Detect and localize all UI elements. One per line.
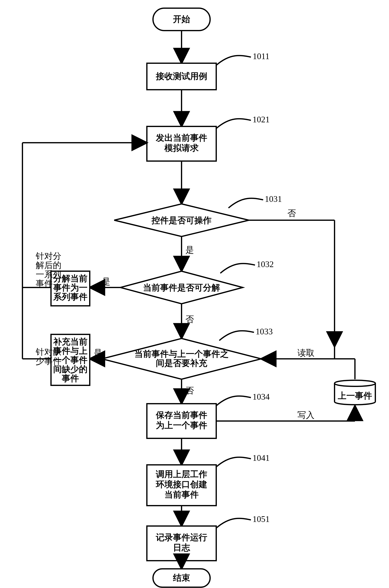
label-1051: 1051 <box>253 514 270 524</box>
decision-1033-line1: 当前事件与上一个事件之 <box>134 349 229 359</box>
decision-1031-text: 控件是否可操作 <box>151 216 212 225</box>
no-1032: 否 <box>185 315 194 324</box>
supplement-side-2: 少事件 <box>36 356 61 366</box>
yes-1031: 是 <box>185 245 194 255</box>
no-1033: 否 <box>185 386 194 395</box>
step-1011-text: 接收测试用例 <box>156 72 207 81</box>
step-1034-line2: 为上一个事件 <box>156 421 207 430</box>
flowchart: 开始 接收测试用例 1011 发出当前事件 模拟请求 1021 控件是否可操作 … <box>0 0 389 588</box>
decompose-line2: 事件为一 <box>53 283 88 292</box>
decompose-side-2: 解后的 <box>36 261 61 270</box>
yes-1032: 是 <box>102 277 110 286</box>
step-1041-line1: 调用上层工作 <box>156 470 207 479</box>
label-1021: 1021 <box>253 115 270 124</box>
no-1031: 否 <box>288 208 296 218</box>
label-1041: 1041 <box>253 453 270 463</box>
step-1051-line2: 日志 <box>173 543 190 552</box>
supplement-side-1: 针对缺 <box>35 347 61 356</box>
supplement-line4: 间缺少的 <box>53 365 88 374</box>
datastore-text: 上一事件 <box>338 391 372 400</box>
label-1031: 1031 <box>265 194 282 204</box>
label-1011: 1011 <box>253 52 269 61</box>
decompose-side-4: 事件 <box>36 279 53 288</box>
decompose-side-1: 针对分 <box>35 251 61 261</box>
step-1034-line1: 保存当前事件 <box>156 411 207 420</box>
end-label: 结束 <box>173 573 190 583</box>
start-label: 开始 <box>173 14 190 24</box>
decompose-side-3: 一系列 <box>36 270 61 279</box>
decision-1032-text: 当前事件是否可分解 <box>143 283 220 292</box>
decompose-line3: 系列事件 <box>53 292 88 301</box>
step-1021-line1: 发出当前事件 <box>156 133 207 143</box>
label-1034: 1034 <box>253 392 270 401</box>
write-label: 写入 <box>297 411 315 420</box>
supplement-line5: 事件 <box>62 374 79 383</box>
supplement-line1: 补充当前 <box>53 337 88 346</box>
read-label: 读取 <box>297 348 315 358</box>
step-1041-line2: 环境接口创建 <box>156 480 207 489</box>
step-1021-line2: 模拟请求 <box>164 143 199 153</box>
decision-1033-line2: 间是否要补充 <box>156 358 207 368</box>
step-1051-line1: 记录事件运行 <box>156 533 207 542</box>
label-1033: 1033 <box>256 327 273 336</box>
yes-1033: 是 <box>94 348 102 358</box>
label-1032: 1032 <box>257 260 274 269</box>
step-1041-line3: 当前事件 <box>164 490 199 499</box>
